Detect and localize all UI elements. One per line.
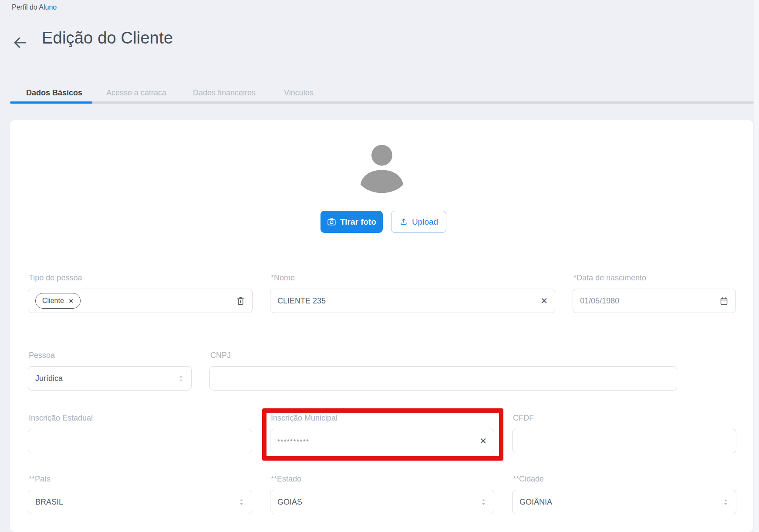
cnpj-input-box[interactable] xyxy=(209,366,677,391)
tab-active-indicator xyxy=(10,101,92,104)
data-nascimento-input[interactable] xyxy=(580,296,714,306)
take-photo-button[interactable]: Tirar foto xyxy=(320,211,383,233)
sort-arrows-icon xyxy=(722,498,729,506)
cidade-field: **Cidade GOIÂNIA xyxy=(512,475,736,514)
cfdf-input[interactable] xyxy=(519,437,729,446)
field-label: *Data de nascimento xyxy=(573,273,736,283)
tab-track xyxy=(10,101,754,104)
sort-arrows-icon xyxy=(178,374,184,383)
pessoa-field: Pessoa Jurídica xyxy=(28,351,192,391)
tipo-de-pessoa-input[interactable]: Cliente ✕ xyxy=(28,289,253,313)
pessoa-value: Jurídica xyxy=(35,374,172,383)
pais-field: **País BRASIL xyxy=(28,475,252,514)
field-label: *Nome xyxy=(271,273,555,283)
sort-arrows-icon xyxy=(238,498,245,506)
cnpj-input[interactable] xyxy=(217,374,670,383)
cidade-value: GOIÂNIA xyxy=(519,498,717,507)
pais-select[interactable]: BRASIL xyxy=(28,490,252,514)
cnpj-field: CNPJ xyxy=(209,351,677,391)
data-nascimento-field: *Data de nascimento xyxy=(573,273,736,313)
scrollbar-track[interactable] xyxy=(754,0,759,532)
breadcrumb: Perfil do Aluno xyxy=(12,3,57,11)
upload-icon xyxy=(399,218,408,226)
estado-value: GOIÁS xyxy=(277,498,475,507)
field-label: **Estado xyxy=(271,475,494,484)
field-label: **País xyxy=(29,475,252,484)
take-photo-label: Tirar foto xyxy=(340,217,376,227)
avatar xyxy=(353,138,411,196)
inscricao-estadual-input[interactable] xyxy=(35,437,245,446)
tab-dados-basicos[interactable]: Dados Básicos xyxy=(26,87,82,99)
inscricao-estadual-input-box[interactable] xyxy=(28,429,252,453)
clear-icon[interactable]: ✕ xyxy=(479,437,487,445)
inscricao-municipal-field: Inscrição Municipal ✕ xyxy=(270,414,494,453)
trash-icon[interactable] xyxy=(236,296,245,306)
cliente-chip[interactable]: Cliente ✕ xyxy=(35,293,81,309)
inscricao-municipal-input[interactable] xyxy=(277,438,474,445)
pessoa-select[interactable]: Jurídica xyxy=(28,366,192,391)
field-label: Inscrição Estadual xyxy=(29,414,252,423)
field-label: Inscrição Municipal xyxy=(271,414,494,423)
chip-label: Cliente xyxy=(42,297,64,305)
page-title: Edição do Cliente xyxy=(42,29,173,47)
pais-value: BRASIL xyxy=(35,498,233,507)
client-edit-screen: Perfil do Aluno Edição do Cliente Dados … xyxy=(0,0,759,532)
sort-arrows-icon xyxy=(480,498,487,506)
upload-label: Upload xyxy=(412,217,438,227)
arrow-left-icon xyxy=(12,34,28,51)
field-label: Tipo de pessoa xyxy=(29,273,253,283)
chip-remove-icon[interactable]: ✕ xyxy=(69,298,74,304)
tipo-de-pessoa-field: Tipo de pessoa Cliente ✕ xyxy=(28,273,253,313)
back-button[interactable] xyxy=(10,33,30,52)
data-nascimento-input-box[interactable] xyxy=(573,289,736,313)
tab-dados-financeiros[interactable]: Dados financeiros xyxy=(193,87,256,99)
clear-icon[interactable]: ✕ xyxy=(540,296,548,305)
cfdf-field: CFDF xyxy=(512,414,736,453)
inscricao-municipal-input-box[interactable]: ✕ xyxy=(270,429,494,453)
camera-icon xyxy=(327,217,336,226)
field-label: CNPJ xyxy=(210,351,677,360)
tab-acesso-a-catraca[interactable]: Acesso a catraca xyxy=(106,87,166,99)
field-label: CFDF xyxy=(513,414,736,423)
person-icon xyxy=(353,138,411,196)
field-label: Pessoa xyxy=(29,351,192,360)
tab-vinculos[interactable]: Vinculos xyxy=(284,87,314,99)
calendar-icon[interactable] xyxy=(719,296,729,306)
estado-select[interactable]: GOIÁS xyxy=(270,490,494,514)
nome-input[interactable] xyxy=(277,296,535,306)
cfdf-input-box[interactable] xyxy=(512,429,736,453)
upload-button[interactable]: Upload xyxy=(391,211,446,233)
inscricao-estadual-field: Inscrição Estadual xyxy=(28,414,252,453)
cidade-select[interactable]: GOIÂNIA xyxy=(512,490,736,514)
estado-field: **Estado GOIÁS xyxy=(270,475,494,514)
nome-input-box[interactable]: ✕ xyxy=(270,289,555,313)
field-label: **Cidade xyxy=(513,475,736,484)
nome-field: *Nome ✕ xyxy=(270,273,555,313)
